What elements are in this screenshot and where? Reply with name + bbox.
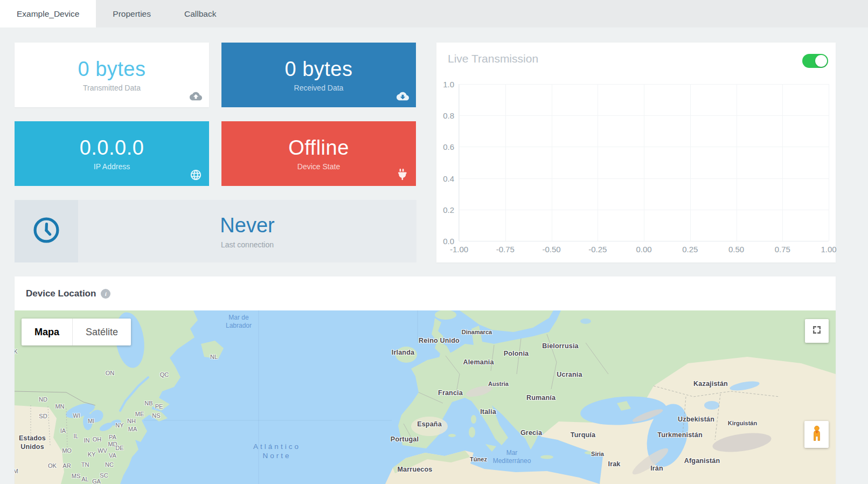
y-tick-label: 0.4	[443, 174, 454, 183]
y-tick-label: 0.6	[443, 142, 454, 151]
device-location-panel: Device Location i	[15, 276, 836, 484]
map-canvas[interactable]: Mar de LabradorAtlántico NorteMar Medite…	[15, 310, 836, 484]
clock-icon-box	[15, 200, 78, 262]
clock-icon	[32, 216, 61, 247]
device-dashboard: Example_Device Properties Callback 0 byt…	[0, 0, 868, 484]
dashboard-content: 0 bytes Transmitted Data 0 bytes Receive…	[0, 27, 868, 484]
last-connection-main: Never Last connection	[78, 200, 416, 262]
device-state-value: Offline	[288, 136, 349, 160]
x-tick-label: 0.00	[636, 245, 651, 254]
gridline-v	[505, 84, 506, 241]
live-transmission-title: Live Transmission	[448, 52, 538, 65]
last-connection-card: Never Last connection	[15, 200, 416, 262]
live-transmission-header: Live Transmission	[436, 43, 836, 68]
ip-address-label: IP Address	[94, 162, 130, 171]
fullscreen-icon	[812, 325, 822, 337]
device-location-header: Device Location i	[15, 276, 836, 310]
toggle-knob	[815, 55, 827, 67]
plug-icon	[397, 169, 409, 181]
cloud-upload-icon	[190, 90, 202, 102]
x-tick-label: -0.75	[496, 245, 515, 254]
gridline-v	[459, 84, 460, 241]
y-tick-label: 0.8	[443, 111, 454, 120]
tab-example-device[interactable]: Example_Device	[0, 0, 96, 27]
cloud-download-icon	[397, 90, 409, 102]
info-icon[interactable]: i	[101, 289, 110, 299]
y-tick-label: 0.0	[443, 237, 454, 246]
x-tick-label: -0.50	[542, 245, 560, 254]
live-transmission-panel: Live Transmission 1.00.80.60.40.20.0-1.0…	[436, 43, 836, 262]
device-state-card: Offline Device State	[221, 121, 416, 186]
gridline-v	[737, 84, 737, 241]
ip-address-card: 0.0.0.0 IP Address	[15, 121, 209, 186]
x-tick-label: -0.25	[588, 245, 607, 254]
gridline-v	[690, 84, 691, 241]
map-type-control: Mapa Satélite	[22, 319, 131, 345]
satellite-button[interactable]: Satélite	[73, 319, 131, 345]
map-button[interactable]: Mapa	[22, 319, 72, 345]
transmitted-data-card: 0 bytes Transmitted Data	[15, 43, 209, 107]
live-transmission-toggle[interactable]	[802, 54, 828, 68]
received-data-card: 0 bytes Received Data	[221, 43, 416, 107]
received-data-value: 0 bytes	[284, 58, 352, 81]
x-tick-label: 0.75	[775, 245, 790, 254]
device-state-label: Device State	[297, 162, 340, 171]
x-tick-label: -1.00	[450, 245, 468, 254]
gridline-h	[459, 241, 829, 241]
gridline-v	[829, 84, 829, 241]
gridline-v	[644, 84, 644, 241]
received-data-label: Received Data	[294, 84, 344, 92]
map-terrain	[15, 310, 836, 484]
last-connection-value: Never	[220, 214, 274, 237]
live-transmission-chart: 1.00.80.60.40.20.0-1.00-0.75-0.50-0.250.…	[459, 84, 829, 241]
fullscreen-button[interactable]	[805, 319, 829, 343]
x-tick-label: 0.50	[728, 245, 744, 254]
y-tick-label: 1.0	[443, 80, 454, 89]
x-tick-label: 0.25	[682, 245, 698, 254]
pegman-icon	[810, 425, 824, 444]
last-connection-label: Last connection	[221, 240, 274, 249]
transmitted-data-label: Transmitted Data	[83, 84, 141, 92]
tab-callback[interactable]: Callback	[168, 0, 233, 27]
tab-bar: Example_Device Properties Callback	[0, 0, 868, 27]
pegman-button[interactable]	[804, 421, 829, 448]
y-tick-label: 0.2	[443, 205, 454, 214]
transmitted-data-value: 0 bytes	[78, 58, 145, 81]
x-tick-label: 1.00	[821, 245, 836, 254]
gridline-v	[598, 84, 598, 241]
device-location-title: Device Location	[26, 288, 96, 299]
ip-address-value: 0.0.0.0	[80, 136, 144, 160]
gridline-v	[782, 84, 783, 241]
gridline-v	[552, 84, 552, 241]
tab-properties[interactable]: Properties	[96, 0, 168, 27]
globe-icon	[190, 169, 202, 181]
